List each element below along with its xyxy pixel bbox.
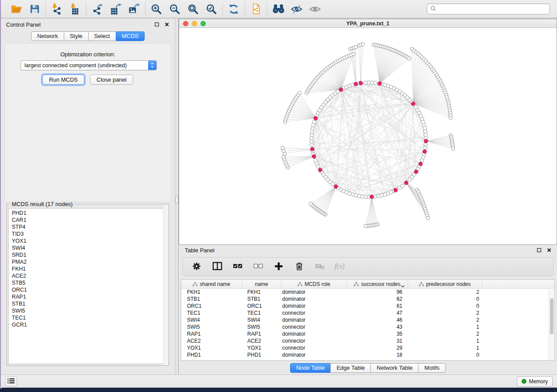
table-row-phd1[interactable]: PHD1PHD1dominator180 <box>181 351 554 358</box>
export-table-button[interactable] <box>109 3 122 16</box>
table-row-swi4[interactable]: SWI4SWI4dominator462 <box>181 316 554 323</box>
split-view-button[interactable] <box>211 261 223 272</box>
mcds-result-item[interactable]: PMA2 <box>12 258 167 265</box>
cell-mcds-role[interactable]: connector <box>281 310 347 316</box>
mcds-result-item[interactable]: FKH1 <box>12 265 167 272</box>
save-session-button[interactable] <box>28 3 41 16</box>
cell-name[interactable]: TEC1 <box>242 310 281 316</box>
table-scrollbar[interactable] <box>549 289 554 360</box>
zoom-fit-content-button[interactable] <box>187 3 200 16</box>
cell-name[interactable]: ACE2 <box>242 338 281 344</box>
cell-mcds-role[interactable]: dominator <box>281 352 347 358</box>
cell-mcds-role[interactable]: dominator <box>281 303 347 309</box>
find-neighbors-button[interactable] <box>272 3 285 16</box>
cell-successor-nodes[interactable]: 35 <box>347 331 408 337</box>
memory-button[interactable]: Memory <box>517 376 553 387</box>
float-table-panel-button[interactable] <box>536 248 542 253</box>
cell-shared-name[interactable]: FKH1 <box>181 289 242 295</box>
cell-predecessor-nodes[interactable]: 2 <box>408 289 482 295</box>
tab-network-table[interactable]: Network Table <box>370 363 419 373</box>
cell-name[interactable]: SWI4 <box>242 317 281 323</box>
mcds-result-item[interactable]: GCR1 <box>12 321 167 328</box>
mcds-result-item[interactable]: STB1 <box>12 300 167 307</box>
cell-predecessor-nodes[interactable]: 2 <box>408 331 482 337</box>
import-table-button[interactable] <box>69 3 82 16</box>
cell-name[interactable]: ORC1 <box>242 303 281 309</box>
open-file-button[interactable] <box>10 3 23 16</box>
zoom-selected-button[interactable] <box>205 3 218 16</box>
zoom-out-button[interactable] <box>168 3 181 16</box>
zoom-in-button[interactable] <box>150 3 163 16</box>
column-header-shared-name[interactable]: shared name <box>181 280 242 288</box>
cell-successor-nodes[interactable]: 46 <box>347 317 408 323</box>
cell-predecessor-nodes[interactable]: 0 <box>408 303 482 309</box>
cell-mcds-role[interactable]: dominator <box>281 296 347 302</box>
mcds-result-item[interactable]: TEC1 <box>12 314 167 321</box>
table-settings-button[interactable] <box>191 261 202 272</box>
cell-name[interactable]: SWI5 <box>242 324 281 330</box>
mcds-result-item[interactable]: ACE2 <box>12 272 167 279</box>
table-row-swi5[interactable]: SWI5SWI5connector431 <box>181 323 554 330</box>
mcds-result-item[interactable]: SWI5 <box>12 307 167 314</box>
table-row-rap1[interactable]: RAP1RAP1dominator352 <box>181 330 554 337</box>
tab-edge-table[interactable]: Edge Table <box>330 363 371 373</box>
run-mcds-button[interactable]: Run MCDS <box>42 75 84 85</box>
cell-mcds-role[interactable]: dominator <box>281 331 347 337</box>
search-input[interactable] <box>438 6 547 12</box>
export-network-button[interactable] <box>91 3 104 16</box>
cell-successor-nodes[interactable]: 47 <box>347 310 408 316</box>
mcds-result-item[interactable]: STP4 <box>12 224 167 230</box>
import-network-button[interactable] <box>50 3 63 16</box>
cell-successor-nodes[interactable]: 18 <box>347 352 408 358</box>
cell-predecessor-nodes[interactable]: 0 <box>408 352 482 358</box>
close-table-panel-button[interactable] <box>547 248 552 253</box>
cell-name[interactable]: PHD1 <box>242 352 281 358</box>
task-history-button[interactable] <box>5 376 17 386</box>
cell-successor-nodes[interactable]: 61 <box>347 303 408 309</box>
network-canvas[interactable] <box>179 28 557 244</box>
cell-shared-name[interactable]: ACE2 <box>181 338 242 344</box>
cell-successor-nodes[interactable]: 29 <box>347 345 408 351</box>
mcds-result-item[interactable]: ORC1 <box>12 286 167 293</box>
mcds-result-item[interactable]: RAP1 <box>12 293 167 300</box>
cell-predecessor-nodes[interactable]: 0 <box>408 296 482 302</box>
hide-selected-button[interactable] <box>290 3 303 16</box>
mcds-result-item[interactable]: PHD1 <box>12 210 167 217</box>
table-row-yox1[interactable]: YOX1YOX1connector291 <box>181 344 554 351</box>
mcds-result-list[interactable]: PHD1CAR1STP4TID3YOX1SWI4SRD1PMA2FKH1ACE2… <box>8 208 167 364</box>
mcds-result-item[interactable]: SWI4 <box>12 244 167 251</box>
cell-shared-name[interactable]: YOX1 <box>181 345 242 351</box>
tab-motifs[interactable]: Motifs <box>418 363 446 373</box>
tab-node-table[interactable]: Node Table <box>290 363 331 373</box>
mcds-result-item[interactable]: CAR1 <box>12 217 167 224</box>
close-panel-button[interactable] <box>164 22 170 27</box>
cell-predecessor-nodes[interactable]: 2 <box>408 310 482 316</box>
mcds-result-item[interactable]: SRD1 <box>12 251 167 258</box>
float-panel-button[interactable] <box>154 22 159 27</box>
export-image-button[interactable] <box>128 3 141 16</box>
cell-predecessor-nodes[interactable]: 2 <box>408 317 482 323</box>
cell-mcds-role[interactable]: connector <box>281 324 347 330</box>
cell-predecessor-nodes[interactable]: 1 <box>408 338 482 344</box>
mcds-result-item[interactable]: TID3 <box>12 230 167 237</box>
optimization-criterion-select[interactable]: largest connected component (undirected) <box>21 60 157 70</box>
cell-shared-name[interactable]: ORC1 <box>181 303 242 309</box>
cell-shared-name[interactable]: STB1 <box>181 296 242 302</box>
cell-shared-name[interactable]: SWI4 <box>181 317 242 323</box>
mcds-result-item[interactable]: STB5 <box>12 279 167 286</box>
tab-select[interactable]: Select <box>88 31 116 41</box>
tab-network[interactable]: Network <box>31 31 64 41</box>
column-header-mcds-role[interactable]: MCDS role <box>281 280 347 288</box>
table-row-stb1[interactable]: STB1STB1dominator620 <box>181 296 554 303</box>
splitter-grip[interactable] <box>175 196 178 203</box>
select-all-button[interactable] <box>232 261 243 272</box>
column-header-successor-nodes[interactable]: successor nodes <box>347 280 408 288</box>
column-header-predecessor-nodes[interactable]: predecessor nodes <box>408 280 482 288</box>
cell-successor-nodes[interactable]: 96 <box>347 289 408 295</box>
cell-mcds-role[interactable]: connector <box>281 345 347 351</box>
cell-mcds-role[interactable]: dominator <box>281 289 347 295</box>
cell-name[interactable]: RAP1 <box>242 331 281 337</box>
delete-columns-button[interactable] <box>294 261 305 272</box>
cell-name[interactable]: FKH1 <box>242 289 281 295</box>
cell-successor-nodes[interactable]: 62 <box>347 296 408 302</box>
